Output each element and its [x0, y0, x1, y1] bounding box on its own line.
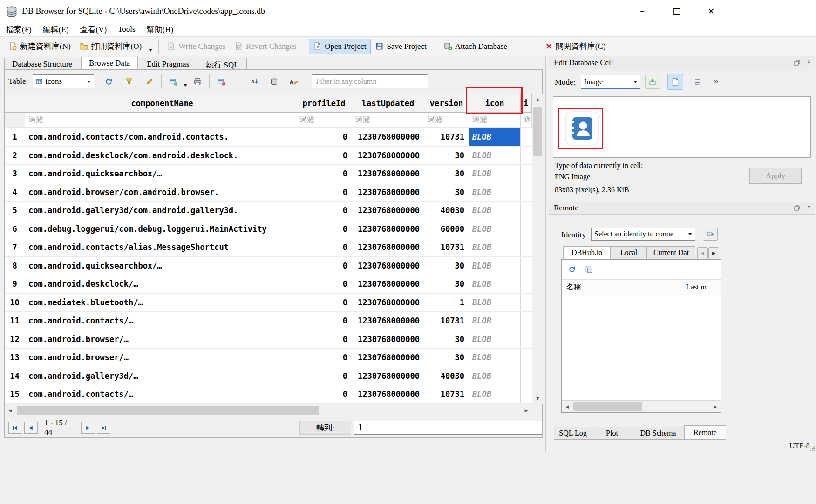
cell-lastupdated[interactable]: 1230768000000 [352, 312, 424, 330]
tab-edit-pragmas[interactable]: Edit Pragmas [139, 58, 197, 70]
identity-settings-button[interactable] [703, 228, 718, 241]
minimize-button[interactable]: – [630, 0, 654, 21]
remote-horizontal-scrollbar[interactable]: ◀ ▶ [562, 400, 721, 412]
row-number[interactable]: 12 [5, 330, 25, 349]
cell-icon-blob[interactable]: BLOB [469, 367, 521, 385]
cell-version[interactable]: 30 [424, 349, 469, 367]
cell-icon-blob[interactable]: BLOB [469, 238, 521, 256]
cell-partial[interactable] [521, 238, 532, 256]
database-cell-button[interactable] [266, 74, 282, 89]
row-number[interactable]: 15 [5, 385, 25, 403]
cell-partial[interactable] [521, 147, 532, 165]
cell-profileid[interactable]: 0 [296, 349, 352, 367]
cell-lastupdated[interactable]: 1230768000000 [352, 220, 424, 238]
insert-record-dropdown-icon[interactable] [181, 74, 190, 89]
apply-button[interactable]: Apply [749, 168, 802, 184]
cell-version[interactable]: 40030 [424, 202, 469, 220]
cell-partial[interactable] [521, 257, 532, 275]
delete-record-button[interactable] [213, 74, 229, 89]
cell-componentname[interactable]: com.android.contacts/… [25, 312, 296, 330]
row-number[interactable]: 5 [5, 202, 25, 220]
row-number[interactable]: 7 [5, 238, 25, 256]
cell-partial[interactable] [521, 367, 532, 385]
cell-profileid[interactable]: 0 [296, 257, 352, 275]
resize-grip[interactable] [810, 446, 815, 451]
cell-partial[interactable] [521, 330, 532, 349]
cell-icon-blob[interactable]: BLOB [469, 220, 521, 238]
scroll-left-icon[interactable]: ◀ [562, 401, 573, 412]
pane-splitter[interactable] [545, 56, 546, 452]
scroll-right-icon[interactable]: ▶ [710, 401, 721, 412]
maximize-button[interactable]: □ [665, 0, 689, 21]
cell-version[interactable]: 10731 [424, 385, 469, 403]
filter-input-version[interactable]: 過濾 [424, 113, 469, 128]
column-header-partial[interactable]: i [521, 94, 532, 112]
tab-scroll-right-icon[interactable]: ▶ [708, 247, 719, 259]
cell-componentname[interactable]: com.android.gallery3d/… [25, 367, 296, 385]
goto-button[interactable]: 轉到: [299, 421, 351, 435]
cell-lastupdated[interactable]: 1230768000000 [352, 183, 424, 202]
remote-tab-current[interactable]: Current Dat [647, 246, 695, 259]
cell-profileid[interactable]: 0 [296, 128, 352, 146]
import-data-button[interactable] [645, 75, 660, 89]
first-page-button[interactable] [8, 422, 22, 434]
cell-icon-blob[interactable]: BLOB [469, 349, 521, 367]
cell-componentname[interactable]: com.android.gallery3d/com.android.galler… [25, 202, 296, 220]
toolbar-overflow-icon[interactable]: » [714, 76, 719, 86]
tab-execute-sql[interactable]: 執行 SQL [198, 58, 246, 70]
cell-icon-blob[interactable]: BLOB [469, 128, 521, 146]
cell-icon-blob[interactable]: BLOB [469, 385, 521, 403]
row-number[interactable]: 11 [5, 312, 25, 330]
cell-profileid[interactable]: 0 [296, 220, 352, 238]
cell-componentname[interactable]: com.android.deskclock/… [25, 275, 296, 293]
remote-tab-local[interactable]: Local [611, 246, 647, 259]
cell-lastupdated[interactable]: 1230768000000 [352, 349, 424, 367]
row-number[interactable]: 6 [5, 220, 25, 238]
menu-tools[interactable]: Tools [112, 22, 141, 36]
cell-version[interactable]: 60000 [424, 220, 469, 238]
image-view-button[interactable] [667, 74, 683, 90]
cell-lastupdated[interactable]: 1230768000000 [352, 202, 424, 220]
cell-partial[interactable] [521, 275, 532, 293]
cell-profileid[interactable]: 0 [296, 330, 352, 349]
horizontal-scroll-thumb[interactable] [573, 402, 642, 411]
cell-lastupdated[interactable]: 1230768000000 [352, 367, 424, 385]
filter-input-icon[interactable]: 過濾 [469, 113, 521, 128]
cell-lastupdated[interactable]: 1230768000000 [352, 294, 424, 312]
cell-partial[interactable] [521, 220, 532, 238]
dock-tab-plot[interactable]: Plot [592, 427, 632, 440]
cell-componentname[interactable]: com.android.browser/… [25, 349, 296, 367]
new-database-button[interactable]: 新建資料庫(N) [4, 39, 75, 54]
cell-profileid[interactable]: 0 [296, 147, 352, 165]
cell-version[interactable]: 10731 [424, 128, 469, 146]
scroll-right-icon[interactable]: ▶ [521, 404, 532, 417]
open-database-dropdown-icon[interactable] [146, 39, 155, 54]
row-number[interactable]: 1 [5, 128, 25, 146]
dock-tab-remote[interactable]: Remote [684, 425, 726, 440]
cell-icon-blob[interactable]: BLOB [469, 165, 521, 183]
cell-partial[interactable] [521, 312, 532, 330]
scroll-up-icon[interactable]: ▲ [532, 94, 543, 105]
float-panel-icon[interactable] [792, 59, 802, 67]
refresh-button[interactable] [101, 74, 116, 89]
close-panel-icon[interactable]: × [804, 59, 814, 66]
next-page-button[interactable] [81, 422, 95, 434]
scroll-down-icon[interactable]: ▼ [532, 393, 543, 404]
last-page-button[interactable] [97, 422, 111, 434]
cell-partial[interactable] [521, 385, 532, 403]
remote-tab-dbhub[interactable]: DBHub.io [563, 246, 611, 259]
row-number[interactable]: 14 [5, 367, 25, 385]
remote-refresh-button[interactable] [565, 263, 578, 276]
cell-image-preview[interactable] [553, 96, 811, 158]
grid-vertical-scrollbar[interactable]: ▲ ▼ [532, 94, 543, 404]
cell-partial[interactable] [521, 183, 532, 202]
cell-profileid[interactable]: 0 [296, 312, 352, 330]
close-button[interactable]: × [699, 0, 723, 21]
cell-componentname[interactable]: com.android.quicksearchbox/… [25, 257, 296, 275]
close-panel-icon[interactable]: × [804, 204, 814, 211]
cell-version[interactable]: 30 [424, 275, 469, 293]
cell-version[interactable]: 10731 [424, 312, 469, 330]
filter-any-column-input[interactable] [312, 74, 428, 88]
remote-clone-button[interactable] [582, 263, 595, 276]
open-project-button[interactable]: Open Project [309, 39, 371, 54]
